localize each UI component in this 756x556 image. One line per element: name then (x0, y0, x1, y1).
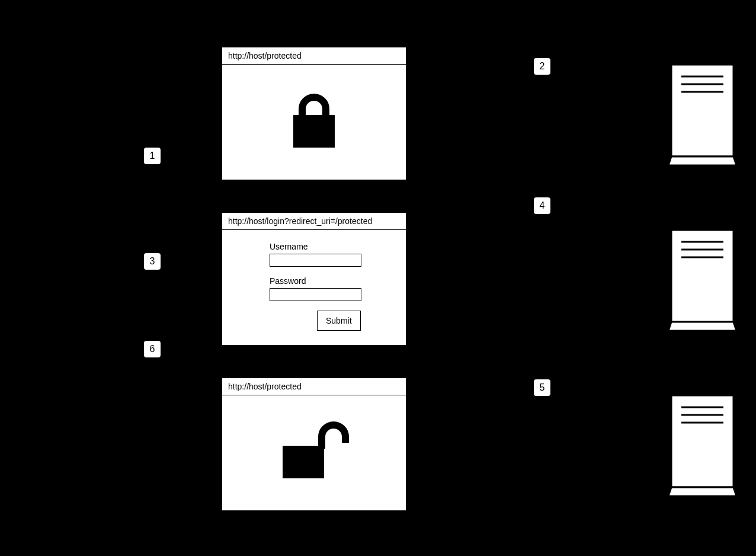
login-form: Username Password Submit (222, 230, 406, 343)
step-badge-1: 1 (144, 148, 161, 164)
password-label: Password (270, 276, 364, 286)
browser-protected-unlocked: http://host/protected (221, 377, 407, 512)
url-bar-2: http://host/login?redirect_uri=/protecte… (222, 213, 406, 230)
password-input[interactable] (270, 288, 361, 301)
browser-content-1 (222, 65, 406, 179)
svg-rect-10 (671, 395, 733, 487)
browser-protected-locked: http://host/protected (221, 46, 407, 181)
step-badge-2: 2 (534, 58, 550, 75)
step-badge-6: 6 (144, 341, 161, 357)
url-bar-1: http://host/protected (222, 47, 406, 65)
username-input[interactable] (270, 254, 361, 267)
server-icon-3 (668, 394, 736, 500)
lock-open-icon (276, 419, 353, 487)
browser-login: http://host/login?redirect_uri=/protecte… (221, 212, 407, 346)
browser-content-3 (222, 395, 406, 510)
url-bar-3: http://host/protected (222, 378, 406, 395)
svg-rect-1 (283, 446, 324, 478)
svg-rect-6 (671, 230, 733, 322)
username-label: Username (270, 242, 364, 251)
step-badge-4: 4 (534, 197, 550, 214)
lock-closed-icon (287, 91, 341, 153)
svg-rect-2 (671, 65, 733, 156)
server-icon-1 (668, 63, 736, 170)
step-badge-3: 3 (144, 253, 161, 270)
server-icon-2 (668, 229, 736, 335)
browser-content-2: Username Password Submit (222, 230, 406, 344)
step-badge-5: 5 (534, 379, 550, 396)
svg-rect-0 (293, 115, 335, 148)
submit-button[interactable]: Submit (317, 311, 361, 331)
